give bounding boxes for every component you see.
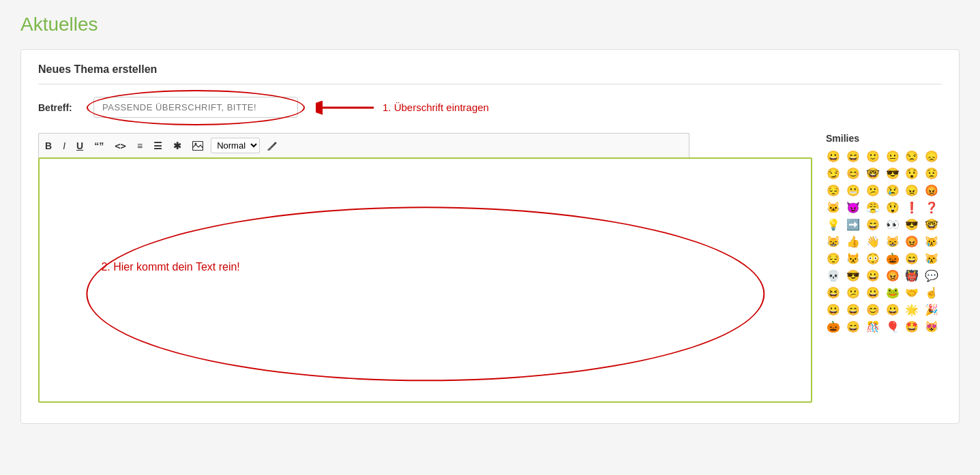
smiley-item[interactable]: 🎃 (885, 251, 900, 266)
smiley-item[interactable]: 😎 (885, 166, 900, 181)
smiley-item[interactable]: 😏 (826, 166, 841, 181)
smiley-item[interactable]: 😠 (904, 183, 919, 198)
ul-button[interactable]: ≡ (134, 139, 146, 153)
smiley-item[interactable]: 🤓 (924, 217, 939, 232)
smiley-item[interactable]: 😻 (924, 320, 939, 335)
smiley-item[interactable]: 😐 (885, 149, 900, 164)
smiley-item[interactable]: ❗ (904, 200, 919, 215)
smiley-item[interactable]: ❓ (924, 200, 939, 215)
smiley-item[interactable]: 😕 (846, 286, 861, 301)
smiley-item[interactable]: 😄 (846, 320, 861, 335)
image-icon (192, 141, 203, 151)
smiley-item[interactable]: 😀 (826, 149, 841, 164)
smiley-item[interactable]: 👀 (885, 217, 900, 232)
pencil-icon (267, 141, 277, 151)
section-title: Neues Thema erstellen (38, 63, 942, 85)
editor-box[interactable]: 2. Hier kommt dein Text rein! (38, 157, 812, 403)
smiley-item[interactable]: 😿 (924, 234, 939, 249)
editor-area: B I U “” <> ≡ ☰ ✱ (38, 133, 942, 403)
smiley-item[interactable]: 😒 (904, 149, 919, 164)
image-button[interactable] (189, 140, 207, 152)
smiley-item[interactable]: 😤 (865, 200, 880, 215)
smiley-item[interactable]: 🎊 (865, 320, 880, 335)
smiley-item[interactable]: 😄 (865, 217, 880, 232)
smilies-panel: Smilies 😀😄🙂😐😒😞😏😊🤓😎😯😟😔😬😕😢😠😡🐱😈😤😲❗❓💡➡️😄👀😎🤓😸… (826, 133, 942, 335)
smiley-item[interactable]: 👋 (865, 234, 880, 249)
editor-toolbar: B I U “” <> ≡ ☰ ✱ (38, 133, 689, 157)
star-button[interactable]: ✱ (170, 139, 185, 153)
underline-button[interactable]: U (73, 139, 87, 153)
smilies-grid: 😀😄🙂😐😒😞😏😊🤓😎😯😟😔😬😕😢😠😡🐱😈😤😲❗❓💡➡️😄👀😎🤓😸👍👋😸😡😿😔😾😳… (826, 149, 942, 335)
smiley-item[interactable]: ➡️ (846, 217, 861, 232)
smiley-item[interactable]: 😔 (826, 183, 841, 198)
ol-button[interactable]: ☰ (150, 139, 166, 153)
smiley-item[interactable]: 🤩 (904, 320, 919, 335)
smiley-item[interactable]: 😿 (924, 251, 939, 266)
betreff-input-wrapper (93, 97, 298, 118)
betreff-row: Betreff: 1. Überschrift eintragen (38, 97, 942, 118)
smiley-item[interactable]: 😎 (846, 269, 861, 284)
smiley-item[interactable]: 💀 (826, 269, 841, 284)
smiley-item[interactable]: 🤝 (904, 286, 919, 301)
smiley-item[interactable]: 😡 (904, 234, 919, 249)
smiley-item[interactable]: 💡 (826, 217, 841, 232)
editor-oval-annotation (86, 206, 764, 381)
code-button[interactable]: <> (111, 139, 130, 153)
smiley-item[interactable]: 😀 (865, 286, 880, 301)
smiley-item[interactable]: 😊 (865, 303, 880, 318)
smiley-item[interactable]: ☝️ (924, 286, 939, 301)
quote-button[interactable]: “” (91, 139, 107, 153)
step1-label: 1. Überschrift eintragen (383, 102, 489, 113)
smiley-item[interactable]: 😡 (924, 183, 939, 198)
smiley-item[interactable]: 😕 (865, 183, 880, 198)
page-title: Aktuelles (20, 14, 960, 35)
smiley-item[interactable]: 😄 (846, 303, 861, 318)
smiley-item[interactable]: 😊 (846, 166, 861, 181)
smiley-item[interactable]: 😬 (846, 183, 861, 198)
smiley-item[interactable]: 🙂 (865, 149, 880, 164)
smiley-item[interactable]: 😈 (846, 200, 861, 215)
smiley-item[interactable]: 😯 (904, 166, 919, 181)
smiley-item[interactable]: 😀 (826, 303, 841, 318)
smiley-item[interactable]: 👹 (904, 269, 919, 284)
smiley-item[interactable]: 😀 (865, 269, 880, 284)
smiley-item[interactable]: 😡 (885, 269, 900, 284)
arrow-icon (316, 98, 377, 117)
step1-annotation: 1. Überschrift eintragen (316, 98, 489, 117)
smiley-item[interactable]: 😢 (885, 183, 900, 198)
smiley-item[interactable]: 😞 (924, 149, 939, 164)
pencil-button[interactable] (264, 140, 280, 152)
smiley-item[interactable]: 👍 (846, 234, 861, 249)
smiley-item[interactable]: 😸 (826, 234, 841, 249)
smiley-item[interactable]: 🐱 (826, 200, 841, 215)
smiley-item[interactable]: 😲 (885, 200, 900, 215)
smiley-item[interactable]: 🌟 (904, 303, 919, 318)
betreff-label: Betreff: (38, 102, 83, 113)
editor-wrapper: B I U “” <> ≡ ☰ ✱ (38, 133, 812, 403)
bold-button[interactable]: B (42, 139, 55, 153)
smiley-item[interactable]: 😾 (846, 251, 861, 266)
smiley-item[interactable]: 😀 (885, 303, 900, 318)
smiley-item[interactable]: 😄 (904, 251, 919, 266)
smiley-item[interactable]: 🎉 (924, 303, 939, 318)
step2-label: 2. Hier kommt dein Text rein! (101, 261, 239, 273)
smiley-item[interactable]: 🎃 (826, 320, 841, 335)
smiley-item[interactable]: 😟 (924, 166, 939, 181)
italic-button[interactable]: I (59, 139, 69, 153)
smiley-item[interactable]: 😆 (826, 286, 841, 301)
format-select[interactable]: Normal (211, 138, 260, 153)
smiley-item[interactable]: 🤓 (865, 166, 880, 181)
smilies-title: Smilies (826, 133, 942, 144)
smiley-item[interactable]: 😄 (846, 149, 861, 164)
form-card: Neues Thema erstellen Betreff: 1. Ü (20, 49, 960, 424)
smiley-item[interactable]: 😔 (826, 251, 841, 266)
smiley-item[interactable]: 😳 (865, 251, 880, 266)
smiley-item[interactable]: 😸 (885, 234, 900, 249)
smiley-item[interactable]: 🐸 (885, 286, 900, 301)
smiley-item[interactable]: 💬 (924, 269, 939, 284)
betreff-input[interactable] (93, 97, 298, 118)
smiley-item[interactable]: 😎 (904, 217, 919, 232)
smiley-item[interactable]: 🎈 (885, 320, 900, 335)
